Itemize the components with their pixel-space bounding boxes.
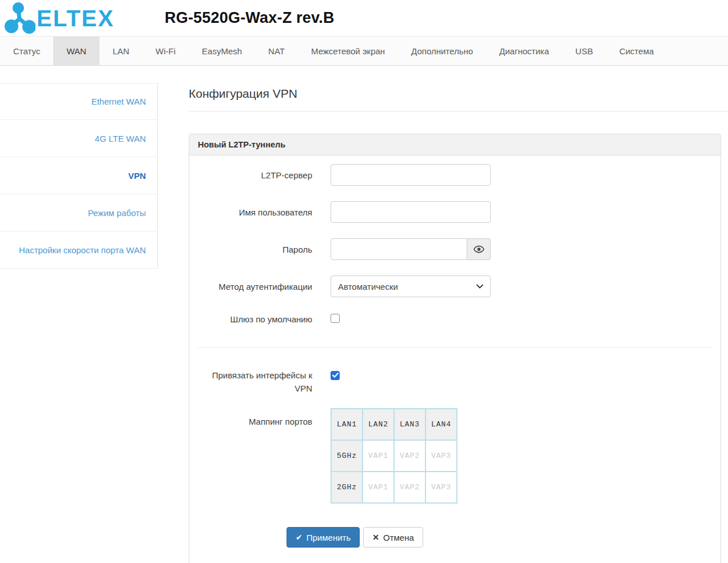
port-cell-lan3[interactable]: LAN3	[394, 409, 425, 440]
username-row: Имя пользователя	[198, 201, 712, 223]
port-cell-5ghz-vap3[interactable]: VAP3	[425, 440, 457, 472]
check-icon: ✔	[296, 533, 303, 542]
table-row: 5GHz VAP1 VAP2 VAP3	[331, 440, 457, 472]
sidebar-item-vpn[interactable]: VPN	[0, 157, 157, 194]
password-input[interactable]	[331, 238, 467, 260]
bind-interfaces-row: Привязать интерфейсы к VPN	[198, 369, 712, 396]
tab-wan[interactable]: WAN	[53, 37, 99, 65]
check-icon	[332, 373, 339, 378]
bind-interfaces-checkbox[interactable]	[331, 371, 340, 380]
tab-easymesh[interactable]: EasyMesh	[189, 37, 255, 65]
apply-button-label: Применить	[307, 533, 351, 542]
apply-button[interactable]: ✔ Применить	[287, 527, 360, 548]
password-row: Пароль	[198, 238, 712, 260]
port-cell-2ghz[interactable]: 2GHz	[331, 472, 363, 503]
port-mapping-table: LAN1 LAN2 LAN3 LAN4 5GHz VAP1 VAP2 VAP3	[331, 408, 458, 504]
bind-interfaces-label: Привязать интерфейсы к VPN	[198, 369, 312, 395]
cancel-button[interactable]: ✕ Отмена	[363, 527, 423, 548]
main-nav: Статус WAN LAN Wi-Fi EasyMesh NAT Межсет…	[0, 36, 728, 66]
tab-status[interactable]: Статус	[0, 37, 53, 65]
panel-title: Новый L2TP-туннель	[189, 134, 721, 155]
port-cell-lan2[interactable]: LAN2	[363, 409, 394, 440]
sidebar-item-4g-lte-wan[interactable]: 4G LTE WAN	[0, 120, 157, 157]
cancel-button-label: Отмена	[383, 533, 414, 542]
form-actions: ✔ Применить ✕ Отмена	[287, 527, 712, 548]
table-row: 2GHz VAP1 VAP2 VAP3	[331, 472, 457, 503]
tab-wifi[interactable]: Wi-Fi	[142, 37, 189, 65]
port-mapping-label: Маппинг портов	[198, 408, 312, 504]
main-content: Конфигурация VPN Новый L2TP-туннель L2TP…	[158, 66, 728, 563]
chevron-down-icon	[476, 284, 483, 289]
x-icon: ✕	[372, 533, 379, 542]
default-gateway-checkbox[interactable]	[331, 314, 340, 323]
tab-nat[interactable]: NAT	[255, 37, 298, 65]
sidebar-item-wan-port-speed[interactable]: Настройки скорости порта WAN	[0, 231, 157, 269]
sidebar-item-work-mode[interactable]: Режим работы	[0, 194, 157, 231]
port-mapping-row: Маппинг портов LAN1 LAN2 LAN3 LAN4	[198, 408, 712, 504]
sidebar-item-ethernet-wan[interactable]: Ethernet WAN	[0, 83, 157, 120]
panel-body: L2TP-сервер Имя пользователя Пароль	[189, 155, 721, 563]
username-label: Имя пользователя	[198, 201, 312, 223]
auth-method-label: Метод аутентификации	[198, 275, 312, 297]
username-input[interactable]	[331, 201, 491, 223]
tab-advanced[interactable]: Дополнительно	[398, 37, 486, 65]
tab-lan[interactable]: LAN	[100, 37, 142, 65]
port-cell-5ghz[interactable]: 5GHz	[331, 440, 363, 472]
l2tp-server-label: L2TP-сервер	[198, 164, 312, 186]
eltex-molecule-icon	[5, 2, 35, 35]
tab-firewall[interactable]: Межсетевой экран	[298, 37, 398, 65]
sidebar: Ethernet WAN 4G LTE WAN VPN Режим работы…	[0, 66, 158, 269]
table-row: LAN1 LAN2 LAN3 LAN4	[331, 409, 457, 440]
page-title: Конфигурация VPN	[189, 87, 728, 101]
app-header: ELTEX RG-5520G-Wax-Z rev.B	[0, 0, 728, 36]
port-cell-2ghz-vap3[interactable]: VAP3	[425, 472, 457, 503]
default-gateway-label: Шлюз по умолчанию	[198, 313, 312, 326]
tab-system[interactable]: Система	[606, 37, 667, 65]
default-gateway-row: Шлюз по умолчанию	[198, 313, 712, 326]
title-divider	[189, 111, 728, 111]
tab-diagnostics[interactable]: Диагностика	[486, 37, 562, 65]
port-cell-lan4[interactable]: LAN4	[425, 409, 457, 440]
l2tp-server-input[interactable]	[331, 164, 491, 186]
eye-icon	[474, 245, 484, 253]
port-cell-2ghz-vap1[interactable]: VAP1	[363, 472, 394, 503]
device-title: RG-5520G-Wax-Z rev.B	[165, 9, 335, 27]
port-cell-5ghz-vap1[interactable]: VAP1	[363, 440, 394, 472]
tab-usb[interactable]: USB	[562, 37, 606, 65]
auth-method-select[interactable]: Автоматически	[331, 275, 491, 297]
port-cell-lan1[interactable]: LAN1	[331, 409, 363, 440]
auth-method-value: Автоматически	[338, 282, 476, 292]
sidebar-list: Ethernet WAN 4G LTE WAN VPN Режим работы…	[0, 83, 158, 269]
logo-wordmark: ELTEX	[37, 7, 114, 30]
port-cell-5ghz-vap2[interactable]: VAP2	[394, 440, 425, 472]
port-cell-2ghz-vap2[interactable]: VAP2	[394, 472, 425, 503]
eltex-logo: ELTEX	[5, 2, 136, 35]
auth-method-row: Метод аутентификации Автоматически	[198, 275, 712, 297]
l2tp-tunnel-panel: Новый L2TP-туннель L2TP-сервер Имя польз…	[189, 134, 721, 563]
password-label: Пароль	[198, 238, 312, 260]
l2tp-server-row: L2TP-сервер	[198, 164, 712, 186]
toggle-password-visibility-button[interactable]	[467, 238, 491, 260]
section-divider	[198, 348, 712, 348]
